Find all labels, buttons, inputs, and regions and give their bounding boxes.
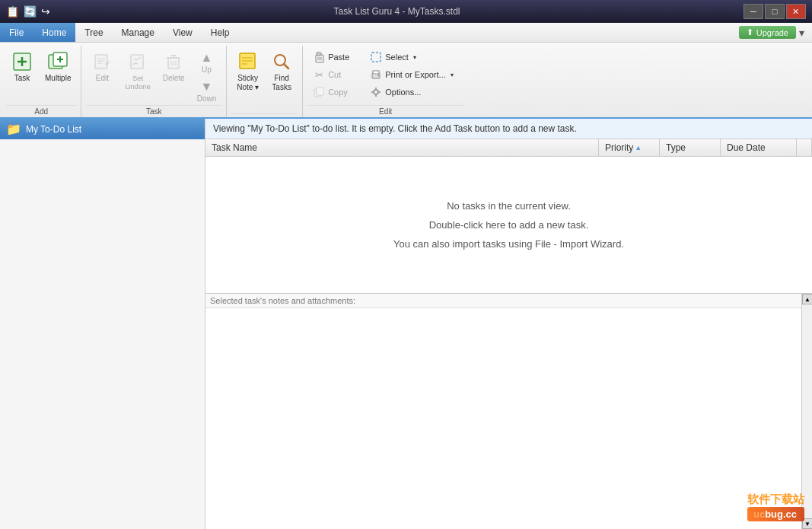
menu-help[interactable]: Help [202,23,239,42]
menu-bar: File Home Tree Manage View Help ⬆ Upgrad… [0,23,812,43]
menu-tree[interactable]: Tree [75,23,112,42]
edit-right-buttons: Select ▾ Print or Export... ▾ [365,47,463,100]
options-icon [370,86,382,98]
ribbon-add-items: Task Multiple [6,46,76,105]
copy-icon [313,86,325,98]
close-button[interactable]: ✕ [786,4,806,19]
notes-label: Selected task's notes and attachments: [205,294,812,308]
delete-icon [163,51,184,72]
empty-message-3: You can also import tasks using File - I… [393,238,624,250]
set-undone-label: SetUndone [125,74,150,91]
svg-rect-30 [371,53,381,62]
add-multiple-button[interactable]: Multiple [40,47,76,87]
svg-point-34 [377,75,379,76]
svg-rect-32 [373,71,379,74]
edit-button[interactable]: Edit [86,47,118,87]
notes-area: Selected task's notes and attachments: ▲… [205,293,812,529]
column-extra [797,139,812,156]
arrow-buttons: ▲ Up ▼ Down [192,47,222,105]
ribbon-group-edit: Paste ✂ Cut Copy [304,46,468,117]
content-area: Viewing "My To-Do List" to-do list. It i… [205,119,812,529]
window-controls: ─ □ ✕ [744,4,806,19]
delete-label: Delete [163,74,185,83]
add-task-label: Task [14,74,30,83]
up-icon: ▲ [201,51,213,65]
table-header: Task Name Priority ▲ Type Due Date [205,139,812,157]
ribbon-group-task: Edit SetUndone [83,46,227,117]
ribbon-task-items: Edit SetUndone [86,46,221,105]
sidebar-item-label: My To-Do List [26,124,81,135]
task-empty-area[interactable]: No tasks in the current view. Double-cli… [205,157,812,293]
upgrade-button[interactable]: ⬆ Upgrade [739,26,796,39]
window-title: Task List Guru 4 - MyTasks.stdl [333,6,460,17]
options-label: Options... [385,88,421,97]
undo-icon[interactable]: 🔄 [24,5,37,18]
select-icon [370,51,382,63]
options-button[interactable]: Options... [365,84,463,100]
info-text: Viewing "My To-Do List" to-do list. It i… [213,123,577,134]
svg-line-23 [284,64,288,69]
upgrade-chevron-icon[interactable]: ▾ [799,27,804,39]
svg-rect-33 [373,76,379,78]
ribbon: Task Multiple Add [0,43,812,119]
title-bar-left: 📋 🔄 ↪ [6,5,50,18]
menu-file[interactable]: File [0,23,33,42]
add-task-button[interactable]: Task [6,47,38,87]
ribbon-sticky-items: StickyNote ▾ FindTasks [231,46,298,113]
sticky-note-button[interactable]: StickyNote ▾ [231,47,264,96]
column-priority[interactable]: Priority ▲ [599,139,660,156]
cut-button[interactable]: ✂ Cut [307,66,355,83]
sticky-note-icon [237,51,259,72]
ribbon-group-add: Task Multiple Add [3,46,81,117]
down-icon: ▼ [201,80,213,94]
ribbon-edit-group-label: Edit [307,105,463,117]
scrollbar-up-button[interactable]: ▲ [802,294,812,304]
sidebar-item-my-todo-list[interactable]: 📁 My To-Do List [0,119,205,139]
delete-button[interactable]: Delete [158,47,190,87]
watermark-site: 软件下载站 [747,492,804,507]
copy-button[interactable]: Copy [307,84,355,100]
select-arrow-icon: ▾ [413,54,416,61]
menu-manage[interactable]: Manage [113,23,164,42]
sticky-note-label: StickyNote ▾ [237,74,259,92]
up-button[interactable]: ▲ Up [192,49,222,76]
set-undone-button[interactable]: SetUndone [119,47,155,95]
select-button[interactable]: Select ▾ [365,49,463,65]
sidebar: 📁 My To-Do List [0,119,205,529]
copy-label: Copy [328,88,348,97]
upgrade-area[interactable]: ⬆ Upgrade ▾ [731,23,812,42]
ribbon-edit-items: Paste ✂ Cut Copy [307,46,463,105]
menu-view[interactable]: View [164,23,202,42]
app-icon: 📋 [6,5,19,18]
empty-message-1: No tasks in the current view. [447,200,571,212]
svg-rect-11 [131,55,143,69]
redo-icon[interactable]: ↪ [41,5,50,18]
edit-icon [91,51,113,72]
upgrade-arrow-icon: ⬆ [747,27,753,37]
svg-rect-25 [317,53,321,56]
add-multiple-label: Multiple [45,74,71,83]
clipboard-buttons: Paste ✂ Cut Copy [307,47,355,100]
down-button[interactable]: ▼ Down [192,78,222,105]
menu-home[interactable]: Home [33,23,75,42]
ribbon-task-group-label: Task [86,105,221,117]
column-due-date: Due Date [721,139,797,156]
find-tasks-button[interactable]: FindTasks [266,47,298,96]
watermark: 软件下载站 ucbug.cc [747,492,804,521]
minimize-button[interactable]: ─ [744,4,763,19]
print-export-button[interactable]: Print or Export... ▾ [365,66,463,83]
maximize-button[interactable]: □ [765,4,785,19]
info-bar: Viewing "My To-Do List" to-do list. It i… [205,119,812,139]
select-label: Select [385,53,409,62]
column-type: Type [660,139,721,156]
add-multiple-icon [47,51,68,72]
edit-label: Edit [96,74,109,83]
folder-icon: 📁 [6,122,21,136]
task-table: Task Name Priority ▲ Type Due Date No ta… [205,139,812,293]
paste-icon [313,51,325,63]
notes-content[interactable] [205,308,812,529]
priority-sort-icon: ▲ [635,144,642,151]
find-tasks-icon [271,51,292,72]
svg-rect-7 [95,55,107,69]
paste-button[interactable]: Paste [307,49,355,65]
